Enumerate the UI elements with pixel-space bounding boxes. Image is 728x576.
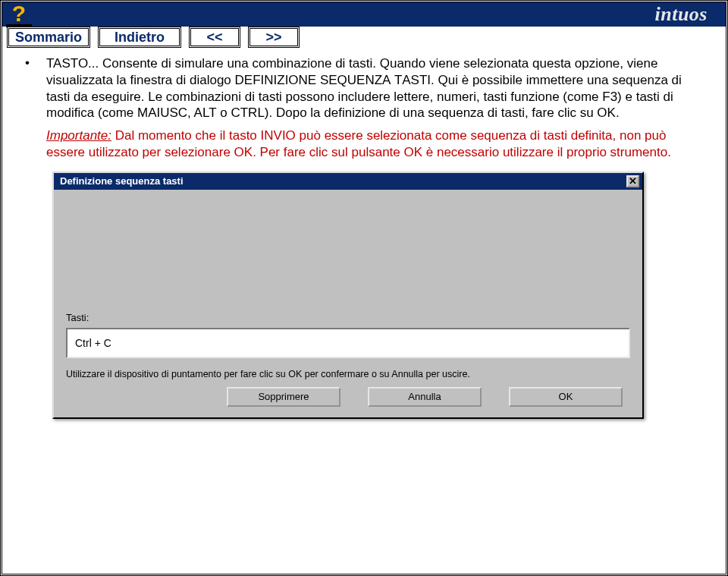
brand-logo: intuos [655,3,708,26]
dialog-button-row: Sopprimere Annulla OK [66,387,630,407]
content-area: • TASTO... Consente di simulare una comb… [2,49,726,574]
doc-sc-1: EFINIZIONE [244,73,316,87]
top-bar: intuos [2,2,726,27]
nav-back-button[interactable]: Indietro [98,27,181,48]
nav-bar: Sommario Indietro << >> [2,27,726,48]
bullet-item: • TASTO... Consente di simulare una comb… [25,55,703,161]
dialog-body: Tasti: Ctrl + C Utilizzare il dispositiv… [54,190,642,417]
nav-next-button[interactable]: >> [248,27,300,48]
close-icon[interactable]: ✕ [626,175,639,187]
doc-heading: TASTO... [46,56,99,71]
delete-button[interactable]: Sopprimere [227,387,340,407]
bullet-dot: • [25,55,46,161]
cancel-button[interactable]: Annulla [368,387,482,407]
keystroke-dialog: Definizione sequenza tasti ✕ Tasti: Ctrl… [52,172,644,419]
dialog-title: Definizione sequenza tasti [60,175,184,187]
page-frame: intuos ? Sommario Indietro << >> • TASTO… [0,0,728,576]
doc-para1-c: , A [187,105,202,120]
help-icon[interactable]: ? [12,2,26,26]
ok-button[interactable]: OK [509,387,623,407]
warning-paragraph: Importante: Dal momento che il tasto INV… [46,127,703,161]
tasti-label: Tasti: [66,312,630,323]
keystroke-input[interactable]: Ctrl + C [66,328,630,358]
warning-label: Importante: [46,128,111,143]
warning-sc1: NVIO [264,128,296,143]
doc-sc-6: TRL [240,105,265,120]
dialog-screenshot: Definizione sequenza tasti ✕ Tasti: Ctrl… [52,172,703,419]
doc-sc-2: EQUENZA [328,73,391,87]
doc-sc-4: AIUSC [148,105,187,120]
doc-mid1: S [316,73,328,87]
warning-a: Dal momento che il tasto I [111,128,264,143]
dialog-titlebar: Definizione sequenza tasti ✕ [54,173,642,190]
help-underline [6,24,32,27]
nav-prev-button[interactable]: << [189,27,240,48]
doc-mid2: T [391,73,402,87]
help-block[interactable]: ? [4,2,34,48]
dialog-hint: Utilizzare il dispositivo di puntamento … [66,369,630,379]
doc-para1-e: ). Dopo la definizione di una sequenza d… [265,105,620,120]
doc-sc-5: LT [202,105,217,120]
doc-sc-3: ASTI [402,73,431,87]
doc-para1-d: o C [217,105,240,120]
dialog-spacer [66,197,630,312]
